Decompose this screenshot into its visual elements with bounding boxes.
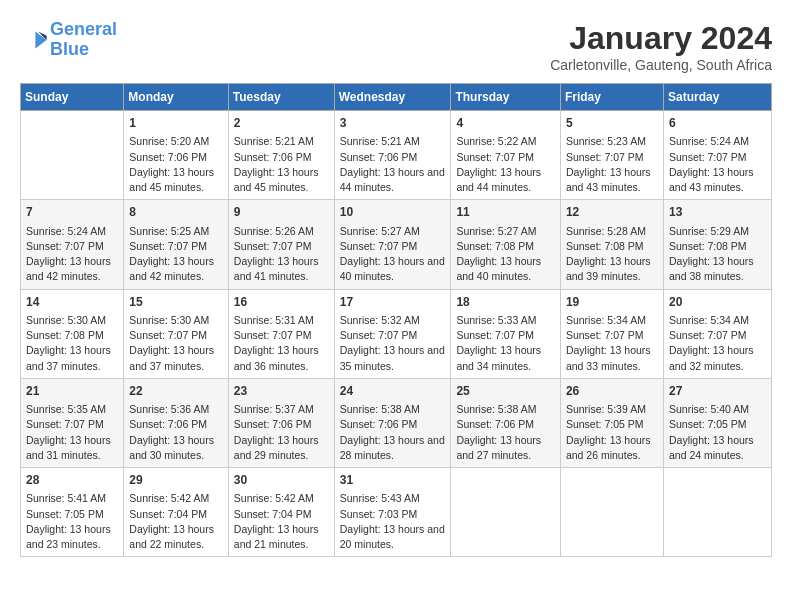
day-cell: 14Sunrise: 5:30 AMSunset: 7:08 PMDayligh…	[21, 289, 124, 378]
day-number: 14	[26, 294, 118, 311]
day-info: Sunrise: 5:34 AMSunset: 7:07 PMDaylight:…	[566, 313, 658, 374]
day-info: Sunrise: 5:42 AMSunset: 7:04 PMDaylight:…	[234, 491, 329, 552]
day-number: 25	[456, 383, 555, 400]
col-monday: Monday	[124, 84, 228, 111]
day-number: 8	[129, 204, 222, 221]
day-info: Sunrise: 5:38 AMSunset: 7:06 PMDaylight:…	[456, 402, 555, 463]
day-number: 24	[340, 383, 446, 400]
day-number: 11	[456, 204, 555, 221]
location-text: Carletonville, Gauteng, South Africa	[550, 57, 772, 73]
col-friday: Friday	[560, 84, 663, 111]
day-number: 6	[669, 115, 766, 132]
day-number: 12	[566, 204, 658, 221]
day-info: Sunrise: 5:23 AMSunset: 7:07 PMDaylight:…	[566, 134, 658, 195]
day-info: Sunrise: 5:42 AMSunset: 7:04 PMDaylight:…	[129, 491, 222, 552]
day-cell: 11Sunrise: 5:27 AMSunset: 7:08 PMDayligh…	[451, 200, 561, 289]
day-number: 28	[26, 472, 118, 489]
day-info: Sunrise: 5:35 AMSunset: 7:07 PMDaylight:…	[26, 402, 118, 463]
day-cell: 25Sunrise: 5:38 AMSunset: 7:06 PMDayligh…	[451, 378, 561, 467]
logo: General Blue	[20, 20, 117, 60]
week-row-2: 7Sunrise: 5:24 AMSunset: 7:07 PMDaylight…	[21, 200, 772, 289]
day-cell: 18Sunrise: 5:33 AMSunset: 7:07 PMDayligh…	[451, 289, 561, 378]
day-cell: 8Sunrise: 5:25 AMSunset: 7:07 PMDaylight…	[124, 200, 228, 289]
col-thursday: Thursday	[451, 84, 561, 111]
day-cell: 29Sunrise: 5:42 AMSunset: 7:04 PMDayligh…	[124, 468, 228, 557]
day-number: 21	[26, 383, 118, 400]
day-number: 20	[669, 294, 766, 311]
day-info: Sunrise: 5:37 AMSunset: 7:06 PMDaylight:…	[234, 402, 329, 463]
day-info: Sunrise: 5:27 AMSunset: 7:08 PMDaylight:…	[456, 224, 555, 285]
day-info: Sunrise: 5:34 AMSunset: 7:07 PMDaylight:…	[669, 313, 766, 374]
page-header: General Blue January 2024 Carletonville,…	[20, 20, 772, 73]
day-cell: 28Sunrise: 5:41 AMSunset: 7:05 PMDayligh…	[21, 468, 124, 557]
day-number: 5	[566, 115, 658, 132]
title-block: January 2024 Carletonville, Gauteng, Sou…	[550, 20, 772, 73]
day-info: Sunrise: 5:30 AMSunset: 7:08 PMDaylight:…	[26, 313, 118, 374]
day-info: Sunrise: 5:39 AMSunset: 7:05 PMDaylight:…	[566, 402, 658, 463]
day-info: Sunrise: 5:38 AMSunset: 7:06 PMDaylight:…	[340, 402, 446, 463]
day-info: Sunrise: 5:21 AMSunset: 7:06 PMDaylight:…	[234, 134, 329, 195]
day-info: Sunrise: 5:36 AMSunset: 7:06 PMDaylight:…	[129, 402, 222, 463]
day-cell: 27Sunrise: 5:40 AMSunset: 7:05 PMDayligh…	[663, 378, 771, 467]
day-cell: 24Sunrise: 5:38 AMSunset: 7:06 PMDayligh…	[334, 378, 451, 467]
day-info: Sunrise: 5:43 AMSunset: 7:03 PMDaylight:…	[340, 491, 446, 552]
day-info: Sunrise: 5:29 AMSunset: 7:08 PMDaylight:…	[669, 224, 766, 285]
calendar-table: Sunday Monday Tuesday Wednesday Thursday…	[20, 83, 772, 557]
day-cell: 26Sunrise: 5:39 AMSunset: 7:05 PMDayligh…	[560, 378, 663, 467]
col-wednesday: Wednesday	[334, 84, 451, 111]
logo-icon	[20, 26, 48, 54]
day-info: Sunrise: 5:28 AMSunset: 7:08 PMDaylight:…	[566, 224, 658, 285]
header-row: Sunday Monday Tuesday Wednesday Thursday…	[21, 84, 772, 111]
day-cell: 15Sunrise: 5:30 AMSunset: 7:07 PMDayligh…	[124, 289, 228, 378]
day-info: Sunrise: 5:30 AMSunset: 7:07 PMDaylight:…	[129, 313, 222, 374]
day-cell: 9Sunrise: 5:26 AMSunset: 7:07 PMDaylight…	[228, 200, 334, 289]
day-number: 18	[456, 294, 555, 311]
day-number: 29	[129, 472, 222, 489]
day-info: Sunrise: 5:41 AMSunset: 7:05 PMDaylight:…	[26, 491, 118, 552]
day-cell: 23Sunrise: 5:37 AMSunset: 7:06 PMDayligh…	[228, 378, 334, 467]
col-saturday: Saturday	[663, 84, 771, 111]
day-cell: 5Sunrise: 5:23 AMSunset: 7:07 PMDaylight…	[560, 111, 663, 200]
day-info: Sunrise: 5:25 AMSunset: 7:07 PMDaylight:…	[129, 224, 222, 285]
day-cell: 1Sunrise: 5:20 AMSunset: 7:06 PMDaylight…	[124, 111, 228, 200]
logo-blue: Blue	[50, 39, 89, 59]
logo-text: General Blue	[50, 20, 117, 60]
day-number: 23	[234, 383, 329, 400]
week-row-5: 28Sunrise: 5:41 AMSunset: 7:05 PMDayligh…	[21, 468, 772, 557]
day-cell: 7Sunrise: 5:24 AMSunset: 7:07 PMDaylight…	[21, 200, 124, 289]
day-number: 31	[340, 472, 446, 489]
day-cell: 20Sunrise: 5:34 AMSunset: 7:07 PMDayligh…	[663, 289, 771, 378]
day-info: Sunrise: 5:31 AMSunset: 7:07 PMDaylight:…	[234, 313, 329, 374]
day-number: 7	[26, 204, 118, 221]
day-number: 22	[129, 383, 222, 400]
day-cell: 31Sunrise: 5:43 AMSunset: 7:03 PMDayligh…	[334, 468, 451, 557]
day-number: 26	[566, 383, 658, 400]
day-number: 15	[129, 294, 222, 311]
day-info: Sunrise: 5:32 AMSunset: 7:07 PMDaylight:…	[340, 313, 446, 374]
day-cell: 3Sunrise: 5:21 AMSunset: 7:06 PMDaylight…	[334, 111, 451, 200]
day-number: 19	[566, 294, 658, 311]
day-info: Sunrise: 5:24 AMSunset: 7:07 PMDaylight:…	[669, 134, 766, 195]
day-cell: 21Sunrise: 5:35 AMSunset: 7:07 PMDayligh…	[21, 378, 124, 467]
week-row-1: 1Sunrise: 5:20 AMSunset: 7:06 PMDaylight…	[21, 111, 772, 200]
day-cell: 12Sunrise: 5:28 AMSunset: 7:08 PMDayligh…	[560, 200, 663, 289]
day-number: 27	[669, 383, 766, 400]
day-cell: 30Sunrise: 5:42 AMSunset: 7:04 PMDayligh…	[228, 468, 334, 557]
logo-general: General	[50, 19, 117, 39]
day-info: Sunrise: 5:26 AMSunset: 7:07 PMDaylight:…	[234, 224, 329, 285]
day-number: 16	[234, 294, 329, 311]
day-number: 30	[234, 472, 329, 489]
day-cell: 19Sunrise: 5:34 AMSunset: 7:07 PMDayligh…	[560, 289, 663, 378]
day-info: Sunrise: 5:40 AMSunset: 7:05 PMDaylight:…	[669, 402, 766, 463]
day-info: Sunrise: 5:21 AMSunset: 7:06 PMDaylight:…	[340, 134, 446, 195]
day-info: Sunrise: 5:27 AMSunset: 7:07 PMDaylight:…	[340, 224, 446, 285]
day-cell	[451, 468, 561, 557]
day-cell: 17Sunrise: 5:32 AMSunset: 7:07 PMDayligh…	[334, 289, 451, 378]
day-cell: 4Sunrise: 5:22 AMSunset: 7:07 PMDaylight…	[451, 111, 561, 200]
day-cell	[663, 468, 771, 557]
day-number: 3	[340, 115, 446, 132]
day-cell: 6Sunrise: 5:24 AMSunset: 7:07 PMDaylight…	[663, 111, 771, 200]
col-tuesday: Tuesday	[228, 84, 334, 111]
week-row-3: 14Sunrise: 5:30 AMSunset: 7:08 PMDayligh…	[21, 289, 772, 378]
day-number: 13	[669, 204, 766, 221]
